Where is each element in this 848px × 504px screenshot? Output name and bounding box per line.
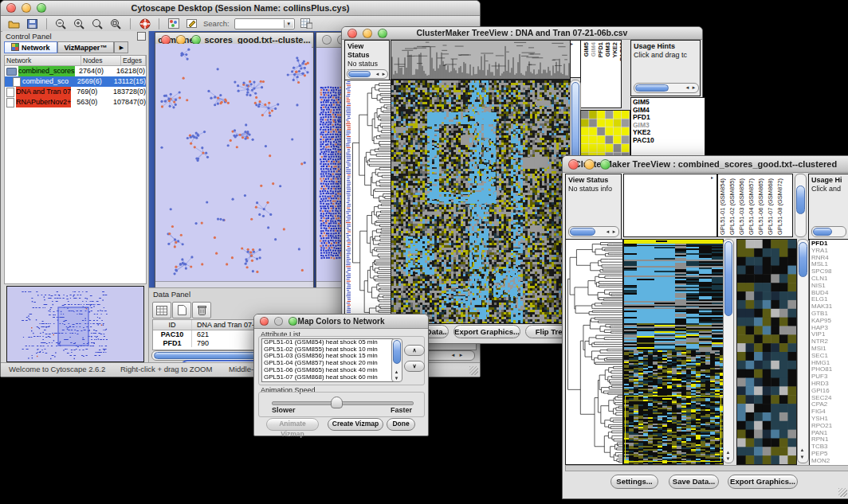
view-status-panel: View StatusNo status info f ◄► (344, 40, 390, 81)
button-export-graphics[interactable]: Export Graphics... (453, 325, 520, 338)
close-icon[interactable] (260, 317, 269, 326)
heatmap-canvas[interactable] (391, 80, 571, 324)
save-icon[interactable] (26, 18, 39, 29)
button-save-data[interactable]: Save Data... (669, 475, 719, 489)
close-icon[interactable] (6, 3, 16, 13)
zoom-detail-canvas[interactable] (736, 239, 797, 465)
tab-overflow-button[interactable]: ▶ (114, 41, 128, 53)
treeview1-title-bar[interactable]: ClusterMaker TreeView : DNA and Tran 07-… (342, 27, 702, 40)
search-input[interactable]: ▼ (234, 18, 295, 29)
speed-slider-track[interactable] (272, 401, 414, 405)
zoom-selected-icon[interactable] (109, 18, 123, 29)
dialog-title-bar[interactable]: Map Colors to Network (254, 315, 428, 329)
zoom-window-icon[interactable] (600, 159, 610, 170)
column-dendrogram[interactable] (391, 40, 571, 80)
column-label: GPL51-02 (GSM855) (729, 178, 736, 235)
gene-list[interactable]: PFD1YRA1RNR4MSL1SPC98CLN1NIS1BUD4ELG1MAK… (809, 239, 848, 467)
attribute-list-vscrollbar[interactable]: ▲▼ (391, 338, 402, 382)
speed-slider-thumb[interactable] (331, 397, 343, 408)
network-grid-canvas[interactable] (319, 85, 343, 260)
global-matrix-thumbnail[interactable] (580, 110, 630, 162)
button-export-graphics[interactable]: Export Graphics... (728, 475, 798, 489)
minimize-icon[interactable] (274, 317, 283, 326)
button-settings[interactable]: Settings... (610, 475, 658, 489)
zoom-fit-icon[interactable] (91, 18, 104, 29)
birdseye-navigator[interactable] (6, 286, 144, 362)
close-icon[interactable] (568, 159, 579, 170)
network-view-window: combined_scores_good.txt--cluste... (155, 32, 314, 287)
usage-hscrollbar[interactable]: ◄► (634, 83, 699, 93)
row-dendrogram[interactable] (565, 239, 623, 465)
network-nodes-cell: 769(0) (75, 87, 112, 97)
main-window-title: Cytoscape Desktop (Session Name: collins… (132, 3, 350, 13)
scroll-right-icon[interactable]: ► (457, 352, 465, 358)
tab-vizmapper[interactable]: VizMapper™ (57, 41, 115, 53)
create-vizmap-button[interactable]: Create Vizmap (328, 418, 383, 431)
column-labels[interactable]: GPL51-01 (GSM854)GPL51-02 (GSM855)GPL51-… (717, 174, 793, 237)
treeview2-title-bar[interactable]: ClusterMaker TreeView : combined_scores_… (563, 156, 848, 173)
column-labels[interactable]: GIM5GIM4PFD1GIM3YKE2PAC10 (580, 40, 622, 108)
network-name: combined_sco (22, 76, 69, 87)
gene-list-vscrollbar[interactable]: ▲▼ (797, 239, 809, 463)
usage-hscrollbar[interactable] (811, 226, 846, 237)
main-title-bar[interactable]: Cytoscape Desktop (Session Name: collins… (1, 1, 480, 16)
chevron-down-icon[interactable]: ▼ (284, 20, 293, 28)
move-up-button[interactable]: ∧ (404, 345, 425, 356)
done-button[interactable]: Done (387, 418, 415, 431)
close-icon[interactable] (322, 35, 332, 45)
window-controls[interactable] (6, 1, 46, 13)
row-labels-list[interactable]: GIM5GIM4PFD1GIM3YKE2PAC10 (630, 97, 705, 163)
network-list: Network Nodes Edges combined_scores2764(… (4, 55, 147, 284)
network-list-header[interactable]: Network Nodes Edges (5, 56, 146, 66)
close-icon[interactable] (347, 29, 357, 38)
scroll-left-icon[interactable]: ◄ (450, 352, 457, 358)
zoom-window-icon[interactable] (37, 3, 46, 13)
resize-grip[interactable] (838, 488, 847, 497)
network-name-cell: DNA and Tran 07 (5, 87, 75, 97)
heatmap-canvas[interactable] (623, 239, 724, 465)
column-label: GPL51-03 (GSM856) (739, 178, 745, 235)
vizmap-icon[interactable] (167, 18, 180, 29)
network-canvas[interactable] (155, 44, 312, 281)
attribute-item[interactable]: GPL51-07 (GSM868) heat shock 60 min (264, 374, 394, 381)
minimize-icon[interactable] (584, 159, 595, 170)
zoom-out-icon[interactable] (54, 18, 68, 29)
row-dendrogram[interactable] (351, 80, 391, 324)
faster-label: Faster (391, 406, 412, 414)
network-list-row[interactable]: combined_scores2764(0)16218(0) (5, 66, 146, 76)
view-status-hscrollbar[interactable]: ◄► (347, 69, 388, 79)
attribute-table-icon[interactable] (152, 302, 171, 318)
help-ring-icon[interactable] (138, 18, 151, 29)
heatmap-vscrollbar[interactable]: ▲▼ (723, 239, 734, 463)
network-name: combined_scores (18, 66, 75, 76)
network-list-row[interactable]: RNAPuberNov2+563(0)107847(0) (5, 97, 146, 107)
zoom-window-icon[interactable] (378, 29, 387, 38)
column-tree-area[interactable] (623, 174, 716, 237)
float-panel-icon[interactable] (137, 32, 146, 41)
annotation-icon[interactable] (185, 18, 198, 29)
network-name: DNA and Tran 07 (16, 87, 71, 97)
move-down-button[interactable]: ∨ (404, 361, 425, 372)
status-hint-zoom: Right-click + drag to ZOOM (120, 365, 212, 373)
network-list-row[interactable]: DNA and Tran 07769(0)183728(0) (5, 87, 146, 97)
import-table-icon[interactable] (300, 18, 313, 29)
open-icon[interactable] (7, 18, 21, 29)
zoom-window-icon[interactable] (289, 317, 297, 326)
minimize-icon[interactable] (363, 29, 372, 38)
attribute-list[interactable]: GPL51-01 (GSM854) heat shock 05 minGPL51… (261, 338, 395, 382)
resize-grip[interactable] (469, 366, 478, 375)
new-attribute-icon[interactable] (172, 302, 191, 318)
animate-vizmap-button[interactable]: Animate Vizmap (266, 418, 319, 431)
column-labels-vscrollbar[interactable] (795, 174, 807, 237)
gene-label[interactable]: MON2 (811, 458, 848, 465)
network-list-row[interactable]: combined_sco2569(6)13112(15) (5, 76, 146, 87)
minimize-icon[interactable] (22, 3, 31, 13)
bottom-strip (565, 465, 848, 471)
zoom-in-icon[interactable] (73, 18, 86, 29)
tab-network[interactable]: Network (4, 41, 57, 53)
view-status-hscrollbar[interactable]: ◄► (568, 226, 619, 237)
delete-attribute-icon[interactable] (192, 302, 211, 318)
file-icon (6, 98, 14, 107)
network-view-hscrollbar[interactable] (155, 281, 313, 287)
dialog-title: Map Colors to Network (298, 317, 385, 326)
